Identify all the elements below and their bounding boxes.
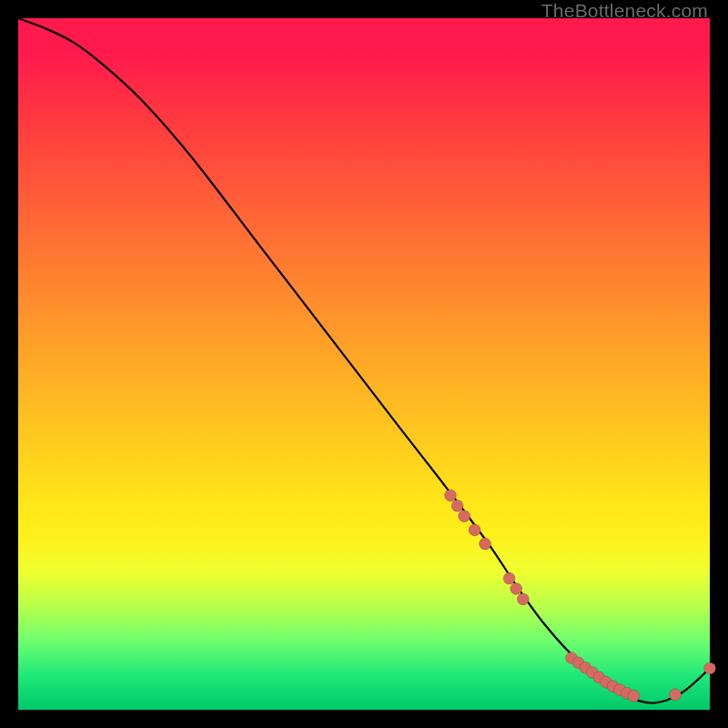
marker-point [503,572,515,584]
chart-svg [18,18,710,710]
marker-point [628,690,640,702]
plot-area [18,18,710,710]
chart-stage: TheBottleneck.com [0,0,728,728]
marker-point [469,524,480,536]
marker-point [704,662,716,674]
marker-point [451,500,463,511]
marker-point [480,538,491,550]
marker-point [445,490,457,501]
bottleneck-curve [18,18,710,703]
marker-group [445,490,716,702]
marker-point [511,583,522,595]
marker-point [459,511,470,522]
marker-point [517,593,529,605]
marker-point [670,689,682,701]
